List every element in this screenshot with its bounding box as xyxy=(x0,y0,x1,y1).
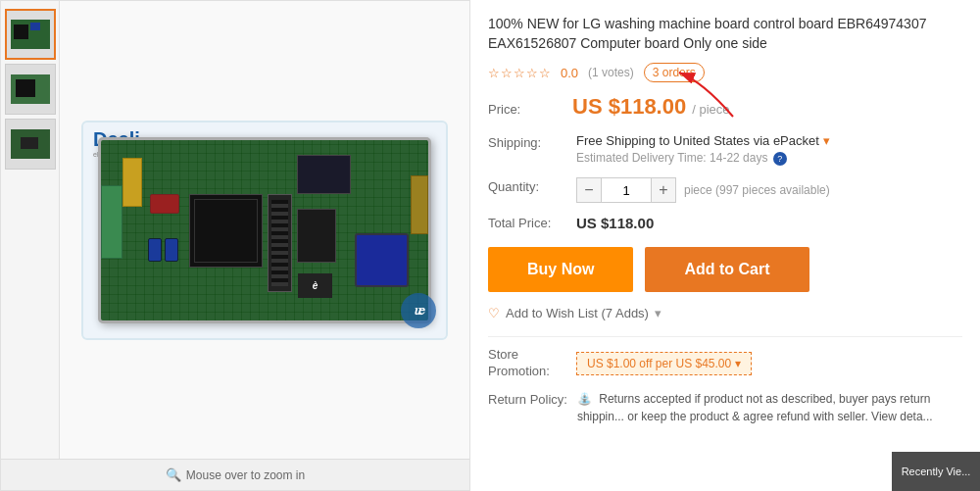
shipping-info: Free Shipping to United States via ePack… xyxy=(576,133,830,166)
secondary-chip-1 xyxy=(297,155,351,194)
help-icon[interactable]: ? xyxy=(773,152,787,166)
available-count: piece (997 pieces available) xyxy=(684,183,830,197)
promo-dropdown-icon: ▾ xyxy=(735,357,741,370)
total-label: Total Price: xyxy=(488,216,566,230)
transformer xyxy=(355,233,409,287)
brand-logo-circle: ᵫ xyxy=(401,293,436,328)
main-chip: è xyxy=(189,194,263,268)
price-unit: / piece xyxy=(692,102,729,117)
rating-value: 0.0 xyxy=(561,66,578,80)
return-text: ⛲ Returns accepted if product not as des… xyxy=(577,390,962,425)
search-icon: 🔍 xyxy=(166,467,181,482)
star-3: ☆ xyxy=(514,66,525,80)
chip-logo: è xyxy=(298,273,332,298)
connector-green xyxy=(101,185,122,259)
quantity-label: Quantity: xyxy=(488,177,566,194)
orders-badge: 3 orders xyxy=(644,63,705,82)
quantity-input[interactable] xyxy=(602,177,651,203)
total-row: Total Price: US $118.00 xyxy=(488,215,962,231)
return-row: Return Policy: ⛲ Returns accepted if pro… xyxy=(488,390,962,425)
capacitor-2 xyxy=(165,238,178,262)
action-buttons: Buy Now Add to Cart xyxy=(488,247,962,292)
buy-now-button[interactable]: Buy Now xyxy=(488,247,633,292)
heart-icon: ♡ xyxy=(488,306,500,320)
right-panel: 100% NEW for LG washing machine board co… xyxy=(470,0,980,491)
promo-row: Store Promotion: US $1.00 off per US $45… xyxy=(488,347,962,380)
product-pcb-image: è xyxy=(98,137,431,323)
rating-row: ☆ ☆ ☆ ☆ ☆ 0.0 (1 votes) 3 orders xyxy=(488,63,962,82)
promo-label: Store Promotion: xyxy=(488,347,566,380)
shipping-dropdown-icon[interactable]: ▾ xyxy=(823,133,830,148)
divider xyxy=(488,336,962,337)
product-title: 100% NEW for LG washing machine board co… xyxy=(488,15,962,53)
secondary-chip-2 xyxy=(297,209,336,263)
total-amount: US $118.00 xyxy=(576,215,654,231)
left-panel: Deeli electronics co., ltd è xyxy=(0,0,470,491)
red-component xyxy=(150,194,179,214)
shipping-label: Shipping: xyxy=(488,133,566,150)
svg-rect-2 xyxy=(30,23,40,30)
price-amount: US $118.00 xyxy=(572,94,686,120)
quantity-decrease-button[interactable]: − xyxy=(576,177,602,203)
quantity-row: Quantity: − + piece (997 pieces availabl… xyxy=(488,177,962,203)
recently-viewed-tab[interactable]: Recently Vie... xyxy=(892,452,980,491)
heatsink xyxy=(268,194,292,292)
thumb-1[interactable] xyxy=(5,9,56,60)
thumb-2[interactable] xyxy=(5,64,56,115)
thumbnail-sidebar xyxy=(1,1,60,459)
connector-right xyxy=(411,175,428,234)
connector-yellow xyxy=(122,158,142,207)
star-1: ☆ xyxy=(488,66,500,80)
svg-rect-6 xyxy=(21,137,38,149)
capacitor-1 xyxy=(148,238,162,262)
quantity-increase-button[interactable]: + xyxy=(651,177,676,203)
price-label: Price: xyxy=(488,102,566,117)
quantity-controls: − + piece (997 pieces available) xyxy=(576,177,830,203)
recently-viewed-text: Recently Vie... xyxy=(902,466,971,477)
shipping-row: Shipping: Free Shipping to United States… xyxy=(488,133,962,166)
add-to-cart-button[interactable]: Add to Cart xyxy=(645,247,808,292)
star-4: ☆ xyxy=(526,66,538,80)
zoom-bar: 🔍 Mouse over to zoom in xyxy=(1,459,469,490)
quantity-stepper: − + xyxy=(576,177,676,203)
svg-rect-4 xyxy=(16,79,35,97)
thumb-3[interactable] xyxy=(5,119,56,170)
promo-badge[interactable]: US $1.00 off per US $45.00 ▾ xyxy=(576,352,752,375)
return-icon: ⛲ xyxy=(577,392,592,406)
return-label: Return Policy: xyxy=(488,390,567,407)
star-2: ☆ xyxy=(501,66,513,80)
main-image-area: Deeli electronics co., ltd è xyxy=(60,1,469,459)
shipping-method-text: Free Shipping to United States via ePack… xyxy=(576,133,830,148)
star-rating: ☆ ☆ ☆ ☆ ☆ xyxy=(488,66,551,80)
promo-text: US $1.00 off per US $45.00 xyxy=(587,357,731,370)
page-container: Deeli electronics co., ltd è xyxy=(0,0,980,491)
price-row: Price: US $118.00 / piece xyxy=(488,94,962,120)
svg-rect-1 xyxy=(14,25,28,39)
votes-count: (1 votes) xyxy=(588,66,634,79)
image-frame: Deeli electronics co., ltd è xyxy=(81,121,448,340)
wishlist-text: Add to Wish List (7 Adds) xyxy=(506,306,649,320)
wishlist-row[interactable]: ♡ Add to Wish List (7 Adds) ▾ xyxy=(488,306,962,320)
star-5: ☆ xyxy=(539,66,551,80)
wishlist-dropdown-icon[interactable]: ▾ xyxy=(655,306,662,320)
delivery-time: Estimated Delivery Time: 14-22 days ? xyxy=(576,151,830,166)
zoom-hint-text: Mouse over to zoom in xyxy=(186,468,305,482)
